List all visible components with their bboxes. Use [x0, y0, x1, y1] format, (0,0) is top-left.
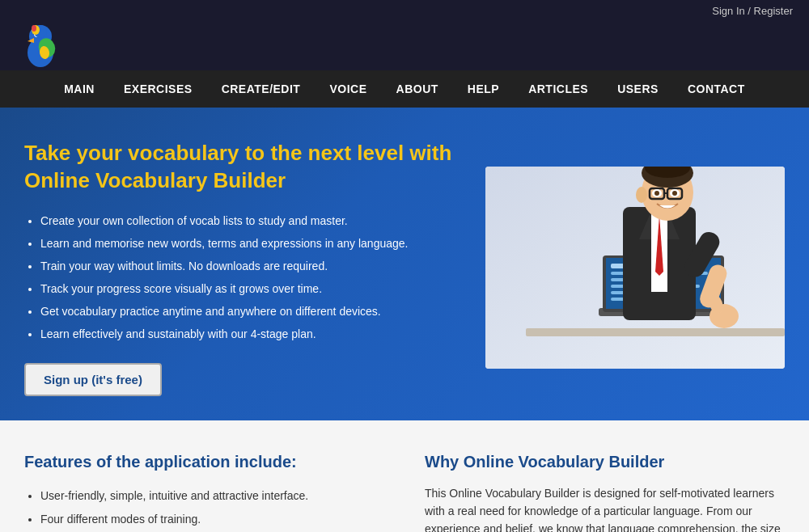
nav-item-users[interactable]: USERS [603, 70, 673, 108]
signin-register-link[interactable]: Sign In / Register [712, 5, 793, 17]
features-right-heading: Why Online Vocabulary Builder [425, 453, 785, 471]
hero-illustration [485, 167, 785, 369]
features-left-list: User-friendly, simple, intuitive and att… [24, 484, 384, 532]
hero-section: Take your vocabulary to the next level w… [0, 108, 809, 420]
hero-bullet-4: Track your progress score visually as it… [40, 277, 461, 300]
hero-bullet-5: Get vocabulary practice anytime and anyw… [40, 300, 461, 323]
hero-bullet-1: Create your own collection of vocab list… [40, 209, 461, 232]
nav-item-main[interactable]: MAIN [49, 70, 109, 108]
nav-item-help[interactable]: HELP [453, 70, 514, 108]
svg-point-37 [654, 191, 659, 196]
hero-title: Take your vocabulary to the next level w… [24, 140, 461, 195]
hero-image [485, 167, 785, 369]
logo-area [16, 22, 65, 70]
features-right: Why Online Vocabulary Builder This Onlin… [425, 453, 785, 532]
hero-bullet-3: Train your way without limits. No downlo… [40, 255, 461, 277]
nav-item-create-edit[interactable]: CREATE/EDIT [207, 70, 316, 108]
hero-left: Take your vocabulary to the next level w… [24, 140, 485, 396]
svg-rect-11 [526, 328, 785, 336]
feature-item-1: User-friendly, simple, intuitive and att… [40, 484, 384, 508]
nav-item-about[interactable]: ABOUT [382, 70, 453, 108]
features-left: Features of the application include: Use… [24, 453, 384, 532]
features-left-heading: Features of the application include: [24, 453, 384, 471]
svg-point-39 [672, 191, 677, 196]
features-section: Features of the application include: Use… [0, 420, 809, 532]
hero-bullets: Create your own collection of vocab list… [24, 209, 461, 345]
nav-item-contact[interactable]: CONTACT [673, 70, 760, 108]
signup-button[interactable]: Sign up (it's free) [24, 363, 162, 396]
nav-item-exercises[interactable]: EXERCISES [109, 70, 207, 108]
hero-bullet-2: Learn and memorise new words, terms and … [40, 232, 461, 255]
nav-item-voice[interactable]: VOICE [315, 70, 381, 108]
svg-point-40 [636, 187, 647, 203]
hero-bullet-6: Learn effectively and sustainably with o… [40, 323, 461, 345]
feature-item-2: Four different modes of training. [40, 508, 384, 531]
main-nav: MAIN EXERCISES CREATE/EDIT VOICE ABOUT H… [0, 70, 809, 108]
svg-point-9 [32, 25, 36, 32]
header [0, 22, 809, 70]
nav-item-articles[interactable]: ARTICLES [514, 70, 603, 108]
features-right-para1: This Online Vocabulary Builder is design… [425, 484, 785, 532]
parrot-logo-icon [16, 22, 65, 70]
top-bar: Sign In / Register [0, 0, 809, 22]
